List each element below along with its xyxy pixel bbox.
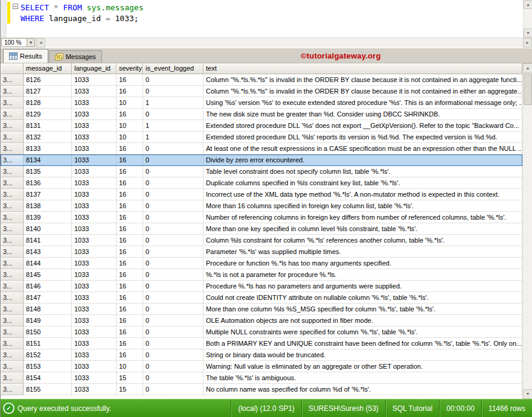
scroll-up-icon[interactable]: ▲ <box>523 63 532 73</box>
cell-is-event-logged[interactable]: 0 <box>143 177 204 189</box>
cell-message-id[interactable]: 8153 <box>24 361 72 372</box>
scrollbar-track[interactable] <box>524 9 532 28</box>
row-number-cell[interactable]: 3... <box>1 258 24 269</box>
row-number-cell[interactable]: 3... <box>1 200 24 212</box>
cell-text[interactable]: Column "%.*ls.%.*ls" is invalid in the O… <box>204 74 522 86</box>
cell-language-id[interactable]: 1033 <box>72 269 117 281</box>
row-number-cell[interactable]: 3... <box>1 281 24 292</box>
cell-is-event-logged[interactable]: 0 <box>143 154 204 166</box>
cell-message-id[interactable]: 8127 <box>24 86 72 97</box>
cell-language-id[interactable]: 1033 <box>72 246 117 258</box>
row-number-cell[interactable]: 3... <box>1 372 24 384</box>
cell-is-event-logged[interactable]: 1 <box>143 120 204 132</box>
cell-severity[interactable]: 10 <box>117 120 143 132</box>
cell-severity[interactable]: 15 <box>117 384 143 395</box>
cell-language-id[interactable]: 1033 <box>72 74 117 86</box>
table-row[interactable]: 3... 8135 1033 16 0 Table level constrai… <box>1 166 522 177</box>
scrollbar-track[interactable] <box>45 38 523 48</box>
header-language-id[interactable]: language_id <box>72 63 117 74</box>
cell-text[interactable]: Table level constraint does not specify … <box>204 166 522 177</box>
grid-vertical-scrollbar[interactable]: ▲ ▼ <box>522 63 532 399</box>
cell-message-id[interactable]: 8151 <box>24 338 72 349</box>
cell-text[interactable]: OLE Automation objects are not supported… <box>204 315 522 326</box>
header-row-number[interactable] <box>1 63 24 74</box>
cell-language-id[interactable]: 1033 <box>72 200 117 212</box>
cell-text[interactable]: Both a PRIMARY KEY and UNIQUE constraint… <box>204 338 522 349</box>
cell-message-id[interactable]: 8141 <box>24 235 72 246</box>
scroll-left-icon[interactable]: ◄ <box>36 38 45 48</box>
cell-language-id[interactable]: 1033 <box>72 315 117 326</box>
row-number-cell[interactable]: 3... <box>1 349 24 361</box>
cell-severity[interactable]: 16 <box>117 200 143 212</box>
cell-text[interactable]: Using '%s' version '%s' to execute exten… <box>204 97 522 109</box>
header-is-event-logged[interactable]: is_event_logged <box>143 63 204 74</box>
cell-text[interactable]: The new disk size must be greater than %… <box>204 109 522 120</box>
scrollbar-thumb[interactable] <box>524 74 532 105</box>
cell-message-id[interactable]: 8146 <box>24 281 72 292</box>
table-row[interactable]: 3... 8145 1033 16 0 %.*ls is not a param… <box>1 269 522 281</box>
cell-severity[interactable]: 16 <box>117 177 143 189</box>
cell-is-event-logged[interactable]: 0 <box>143 143 204 154</box>
cell-severity[interactable]: 16 <box>117 74 143 86</box>
cell-is-event-logged[interactable]: 0 <box>143 74 204 86</box>
cell-text[interactable]: Number of referencing columns in foreign… <box>204 212 522 223</box>
cell-is-event-logged[interactable]: 0 <box>143 315 204 326</box>
scroll-down-icon[interactable]: ▼ <box>524 28 532 37</box>
row-number-cell[interactable]: 3... <box>1 177 24 189</box>
table-row[interactable]: 3... 8136 1033 16 0 Duplicate columns sp… <box>1 177 522 189</box>
cell-language-id[interactable]: 1033 <box>72 154 117 166</box>
header-message-id[interactable]: message_id <box>24 63 72 74</box>
cell-message-id[interactable]: 8126 <box>24 74 72 86</box>
cell-language-id[interactable]: 1033 <box>72 235 117 246</box>
cell-is-event-logged[interactable]: 0 <box>143 338 204 349</box>
cell-text[interactable]: More than one column %ls %S_MSG specifie… <box>204 304 522 315</box>
header-severity[interactable]: severity <box>117 63 143 74</box>
cell-text[interactable]: Procedure %.*ls has no parameters and ar… <box>204 281 522 292</box>
row-number-cell[interactable]: 3... <box>1 86 24 97</box>
cell-is-event-logged[interactable]: 0 <box>143 166 204 177</box>
cell-message-id[interactable]: 8128 <box>24 97 72 109</box>
cell-is-event-logged[interactable]: 0 <box>143 384 204 395</box>
cell-is-event-logged[interactable]: 0 <box>143 304 204 315</box>
cell-message-id[interactable]: 8129 <box>24 109 72 120</box>
row-number-cell[interactable]: 3... <box>1 384 24 395</box>
cell-message-id[interactable]: 8152 <box>24 349 72 361</box>
cell-is-event-logged[interactable]: 0 <box>143 246 204 258</box>
table-row[interactable]: 3... 8131 1033 10 1 Extended stored proc… <box>1 120 522 132</box>
cell-severity[interactable]: 16 <box>117 189 143 200</box>
cell-severity[interactable]: 10 <box>117 97 143 109</box>
table-row[interactable]: 3... 8144 1033 16 0 Procedure or functio… <box>1 258 522 269</box>
cell-language-id[interactable]: 1033 <box>72 177 117 189</box>
cell-severity[interactable]: 16 <box>117 292 143 304</box>
cell-message-id[interactable]: 8149 <box>24 315 72 326</box>
code-fold-toggle[interactable]: − <box>13 4 18 9</box>
cell-message-id[interactable]: 8133 <box>24 143 72 154</box>
cell-is-event-logged[interactable]: 0 <box>143 292 204 304</box>
table-row[interactable]: 3... 8127 1033 16 0 Column "%.*ls.%.*ls"… <box>1 86 522 97</box>
scroll-up-icon[interactable]: ▲ <box>524 0 532 9</box>
cell-language-id[interactable]: 1033 <box>72 292 117 304</box>
table-row[interactable]: 3... 8133 1033 16 0 At least one of the … <box>1 143 522 154</box>
cell-message-id[interactable]: 8136 <box>24 177 72 189</box>
table-row[interactable]: 3... 8149 1033 16 0 OLE Automation objec… <box>1 315 522 326</box>
cell-text[interactable]: Duplicate columns specified in %ls const… <box>204 177 522 189</box>
cell-severity[interactable]: 16 <box>117 109 143 120</box>
cell-language-id[interactable]: 1033 <box>72 258 117 269</box>
row-number-cell[interactable]: 3... <box>1 143 24 154</box>
cell-message-id[interactable]: 8150 <box>24 326 72 338</box>
cell-severity[interactable]: 16 <box>117 258 143 269</box>
table-row[interactable]: 3... 8138 1033 16 0 More than 16 columns… <box>1 200 522 212</box>
row-number-cell[interactable]: 3... <box>1 292 24 304</box>
cell-severity[interactable]: 15 <box>117 372 143 384</box>
tab-results[interactable]: Results <box>3 49 48 63</box>
cell-severity[interactable]: 16 <box>117 166 143 177</box>
cell-message-id[interactable]: 8148 <box>24 304 72 315</box>
cell-is-event-logged[interactable]: 1 <box>143 132 204 143</box>
cell-is-event-logged[interactable]: 0 <box>143 326 204 338</box>
cell-message-id[interactable]: 8134 <box>24 154 72 166</box>
cell-is-event-logged[interactable]: 0 <box>143 372 204 384</box>
row-number-cell[interactable]: 3... <box>1 235 24 246</box>
table-row[interactable]: 3... 8139 1033 16 0 Number of referencin… <box>1 212 522 223</box>
cell-message-id[interactable]: 8147 <box>24 292 72 304</box>
cell-text[interactable]: More than one key specified in column le… <box>204 223 522 235</box>
